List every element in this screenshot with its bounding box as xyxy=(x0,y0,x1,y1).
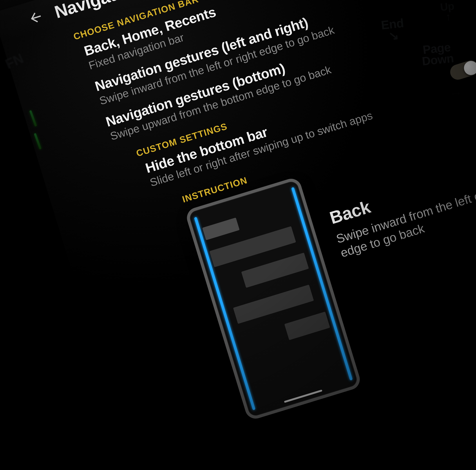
diagram-bar xyxy=(241,253,309,288)
diagram-bar xyxy=(233,285,314,324)
diagram-bar xyxy=(284,312,330,340)
back-arrow-icon[interactable] xyxy=(26,8,46,28)
toggle-knob xyxy=(462,59,476,77)
diagram-home-indicator xyxy=(284,389,323,403)
phone-screen: Navigati… CHOOSE NAVIGATION BAR Back, Ho… xyxy=(9,0,476,453)
diagram-bar xyxy=(202,218,240,240)
